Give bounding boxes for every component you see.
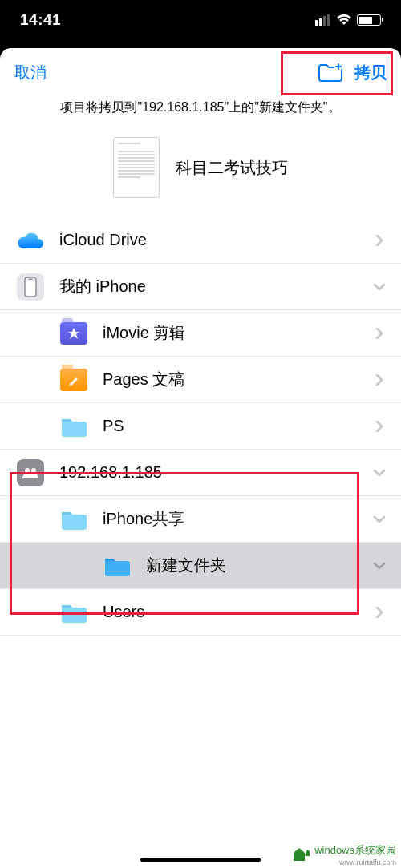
status-time: 14:41	[20, 11, 61, 29]
document-title: 科目二考试技巧	[176, 157, 288, 179]
battery-icon	[357, 14, 381, 26]
cancel-button[interactable]: 取消	[14, 62, 47, 83]
location-label: 我的 iPhone	[59, 276, 372, 297]
chevron-down-icon	[372, 469, 387, 477]
folder-label: Pages 文稿	[103, 369, 372, 390]
folder-pages[interactable]: Pages 文稿	[0, 357, 401, 403]
folder-label: PS	[103, 417, 372, 435]
svg-rect-2	[323, 16, 326, 26]
chevron-down-icon	[372, 283, 387, 291]
copy-button[interactable]: 拷贝	[354, 62, 387, 83]
folder-users[interactable]: Users	[0, 589, 401, 636]
chevron-down-icon	[372, 562, 387, 570]
folder-icon	[103, 555, 131, 577]
svg-point-9	[31, 468, 36, 473]
document-thumbnail-icon	[113, 137, 160, 198]
folder-iphone-share[interactable]: iPhone共享	[0, 496, 401, 543]
folder-icon	[60, 508, 87, 531]
pages-folder-icon	[60, 369, 87, 391]
sheet-header: 取消 拷贝	[0, 48, 401, 96]
watermark-url: www.ruirtalfu.com	[339, 858, 396, 866]
folder-icon	[60, 415, 87, 438]
watermark-logo-icon	[292, 846, 311, 862]
destination-info-text: 项目将拷贝到"192.168.1.185"上的"新建文件夹"。	[0, 96, 401, 126]
svg-rect-0	[315, 20, 318, 26]
folder-label: Users	[103, 603, 372, 621]
location-icloud[interactable]: iCloud Drive	[0, 217, 401, 264]
svg-point-8	[25, 468, 30, 473]
svg-rect-3	[327, 14, 330, 26]
folder-label: iMovie 剪辑	[103, 322, 372, 344]
shared-server-icon	[17, 459, 44, 486]
wifi-icon	[336, 14, 352, 26]
chevron-right-icon	[372, 420, 387, 433]
icloud-icon	[17, 231, 44, 250]
chevron-right-icon	[372, 606, 387, 619]
watermark-text: windows系统家园	[314, 844, 396, 856]
copy-sheet: 取消 拷贝 项目将拷贝到"192.168.1.185"上的"新建文件夹"。	[0, 48, 401, 868]
folder-label: iPhone共享	[103, 508, 372, 530]
location-server[interactable]: 192.168.1.185	[0, 450, 401, 496]
chevron-right-icon	[372, 373, 387, 386]
folder-icon	[60, 601, 87, 624]
svg-rect-6	[28, 278, 33, 280]
document-preview: 科目二考试技巧	[0, 126, 401, 217]
new-folder-button[interactable]	[318, 63, 343, 82]
chevron-right-icon	[372, 234, 387, 247]
chevron-right-icon	[372, 327, 387, 340]
folder-label: 新建文件夹	[146, 555, 372, 576]
cellular-signal-icon	[315, 14, 331, 26]
status-indicators	[315, 14, 381, 26]
folder-ps[interactable]: PS	[0, 403, 401, 450]
svg-marker-7	[68, 328, 79, 339]
home-indicator[interactable]	[140, 858, 261, 862]
location-list: iCloud Drive 我的 iPhone	[0, 217, 401, 636]
watermark: windows系统家园 www.ruirtalfu.com	[292, 843, 396, 866]
svg-rect-5	[25, 277, 36, 297]
server-label: 192.168.1.185	[59, 463, 372, 482]
folder-plus-icon	[318, 63, 343, 82]
chevron-down-icon	[372, 515, 387, 523]
location-label: iCloud Drive	[59, 231, 372, 249]
status-bar: 14:41	[0, 0, 401, 40]
imovie-folder-icon	[60, 322, 87, 345]
svg-rect-1	[319, 18, 322, 26]
folder-new-folder-selected[interactable]: 新建文件夹	[0, 543, 401, 589]
folder-imovie[interactable]: iMovie 剪辑	[0, 310, 401, 357]
iphone-icon	[17, 273, 44, 301]
location-my-iphone[interactable]: 我的 iPhone	[0, 264, 401, 310]
